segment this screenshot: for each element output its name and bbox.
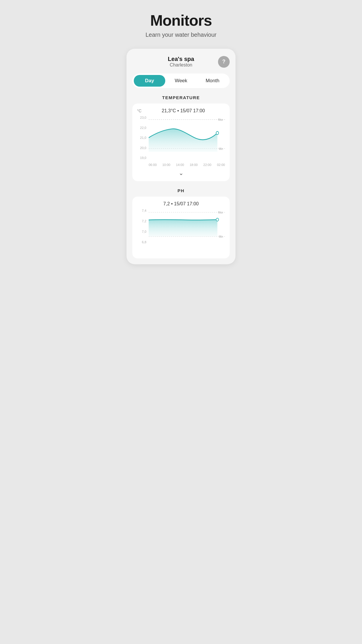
spa-name: Lea's spa: [168, 56, 194, 62]
main-card: Lea's spa Charleston ? Day Week Month TE…: [126, 49, 236, 264]
card-header: Lea's spa Charleston ?: [132, 56, 230, 68]
y-label-1: 23,0: [140, 116, 147, 119]
page-subtitle: Learn your water behaviour: [126, 32, 236, 38]
temperature-unit: °C: [137, 108, 142, 113]
ph-chart-card: 7,2 • 15/07 17:00 7,4 7,2 7,0 6,8: [132, 197, 230, 258]
x-label-6: 02:00: [217, 163, 225, 167]
ph-y-label-2: 7,2: [142, 219, 147, 223]
ph-section-title: PH: [132, 188, 230, 193]
spa-info: Lea's spa Charleston: [168, 56, 194, 68]
temperature-svg: Max Min: [149, 116, 225, 160]
temperature-chart-card: °C 21,3°C • 15/07 17:00 23,0 22,0 21,0 2…: [132, 104, 230, 181]
x-label-2: 10:00: [162, 163, 171, 167]
ph-current-value: 7,2 • 15/07 17:00: [137, 201, 225, 206]
svg-text:Min: Min: [219, 235, 223, 238]
svg-point-7: [216, 218, 219, 221]
temperature-chart-inner: Max Min: [149, 116, 225, 160]
ph-svg: Max Min: [149, 209, 225, 244]
ph-y-label-3: 7,0: [142, 230, 147, 233]
y-label-2: 22,0: [140, 126, 147, 130]
tab-bar: Day Week Month: [132, 74, 230, 88]
tab-week[interactable]: Week: [165, 75, 197, 87]
ph-y-axis: 7,4 7,2 7,0 6,8: [137, 209, 147, 244]
ph-chart-area: 7,4 7,2 7,0 6,8: [137, 209, 225, 253]
y-label-5: 19,0: [140, 156, 147, 160]
temperature-chart-area: 23,0 22,0 21,0 20,0 19,0: [137, 116, 225, 168]
temperature-chart-header: °C 21,3°C • 15/07 17:00: [137, 108, 225, 113]
ph-section: PH 7,2 • 15/07 17:00 7,4 7,2 7,0 6,8: [132, 188, 230, 258]
y-label-3: 21,0: [140, 136, 147, 139]
ph-y-label-4: 6,8: [142, 240, 147, 244]
ph-chart-inner: Max Min: [149, 209, 225, 244]
svg-text:Max: Max: [218, 211, 223, 214]
ph-chart-header: 7,2 • 15/07 17:00: [137, 201, 225, 206]
temperature-current-value: 21,3°C • 15/07 17:00: [142, 108, 225, 113]
temperature-section-title: TEMPERATURE: [132, 95, 230, 100]
spa-location: Charleston: [168, 62, 194, 68]
y-label-4: 20,0: [140, 146, 147, 150]
tab-day[interactable]: Day: [134, 75, 165, 87]
help-button[interactable]: ?: [218, 56, 230, 68]
svg-text:Max: Max: [218, 118, 223, 121]
tab-month[interactable]: Month: [197, 75, 228, 87]
x-label-1: 06:00: [149, 163, 157, 167]
ph-x-axis: [149, 246, 225, 253]
ph-y-label-1: 7,4: [142, 209, 147, 212]
svg-point-2: [216, 132, 219, 135]
temperature-y-axis: 23,0 22,0 21,0 20,0 19,0: [137, 116, 147, 160]
svg-text:Min: Min: [219, 147, 223, 150]
page-title: Monitors: [126, 12, 236, 29]
temperature-expand-button[interactable]: ⌄: [137, 169, 225, 176]
temperature-x-axis: 06:00 10:00 14:00 18:00 22:00 02:00: [149, 161, 225, 168]
x-label-4: 18:00: [190, 163, 198, 167]
x-label-5: 22:00: [203, 163, 212, 167]
x-label-3: 14:00: [176, 163, 184, 167]
